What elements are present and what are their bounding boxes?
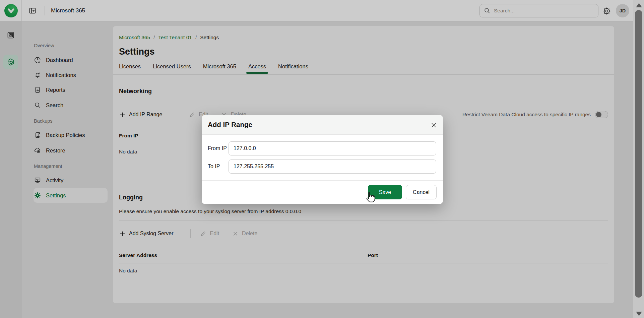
to-ip-label: To IP xyxy=(208,160,220,174)
scrollbar-thumb[interactable] xyxy=(635,10,642,298)
scroll-down-arrow-icon[interactable] xyxy=(636,312,642,316)
to-ip-input[interactable] xyxy=(229,160,436,174)
to-ip-field-row: To IP xyxy=(202,160,443,174)
vertical-scrollbar[interactable] xyxy=(633,0,644,318)
close-icon[interactable] xyxy=(430,122,437,128)
save-button[interactable]: Save xyxy=(368,185,402,199)
from-ip-field-row: From IP xyxy=(202,141,443,155)
from-ip-label: From IP xyxy=(208,141,227,155)
dialog-title: Add IP Range xyxy=(208,121,252,129)
cancel-label: Cancel xyxy=(413,189,430,195)
dialog-header: Add IP Range xyxy=(202,115,443,135)
save-label: Save xyxy=(379,189,391,195)
add-ip-range-dialog: Add IP Range From IP To IP Save Cancel xyxy=(202,115,443,204)
divider xyxy=(202,180,443,181)
scroll-up-arrow-icon[interactable] xyxy=(636,3,642,7)
cancel-button[interactable]: Cancel xyxy=(406,185,437,199)
from-ip-input[interactable] xyxy=(229,141,436,155)
